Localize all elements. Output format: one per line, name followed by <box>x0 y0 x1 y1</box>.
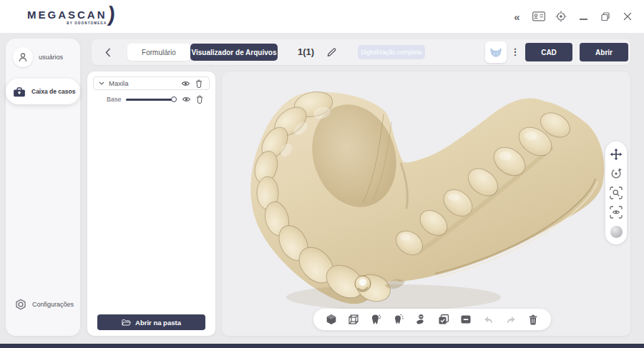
base-remove-button[interactable] <box>415 314 427 326</box>
user-icon <box>18 52 28 62</box>
restore-icon <box>600 11 610 21</box>
tooth-solid-icon <box>370 314 381 325</box>
restore-button[interactable] <box>599 10 612 23</box>
sidebar: usuários Caixa de casos Configurações <box>6 39 80 336</box>
visibility-toggle[interactable] <box>181 96 191 103</box>
edit-button[interactable] <box>326 47 336 57</box>
folder-open-icon <box>122 319 131 327</box>
cube-solid-button[interactable] <box>325 314 337 326</box>
eye-icon <box>182 96 191 103</box>
logo-subtext: BY ODONTOMEGA <box>67 21 107 25</box>
contact-card-icon <box>532 11 545 21</box>
case-toolbar: Formulário Visualizador de Arquivos 1(1)… <box>92 39 630 65</box>
view-tools <box>605 141 627 244</box>
square-minus-button[interactable] <box>460 314 472 326</box>
contact-card-button[interactable] <box>532 10 545 23</box>
dots-vertical-icon: ⋮ <box>511 46 520 57</box>
more-menu-button[interactable]: ⋮ <box>510 39 520 65</box>
minimize-icon <box>580 19 587 20</box>
dental-arch-icon <box>488 44 504 60</box>
open-in-folder-label: Abrir na pasta <box>135 319 181 327</box>
focus-region-tool-button[interactable] <box>610 206 623 219</box>
cube-wireframe-button[interactable] <box>347 314 359 326</box>
open-in-folder-button[interactable]: Abrir na pasta <box>97 314 205 330</box>
slider-thumb[interactable] <box>171 96 177 102</box>
trash-icon <box>195 79 203 88</box>
layers-panel: Maxila Base <box>87 71 215 336</box>
back-button[interactable] <box>103 46 113 58</box>
eye-icon <box>181 80 190 87</box>
open-button[interactable]: Abrir <box>580 43 628 61</box>
redo-button[interactable] <box>505 314 517 326</box>
redo-icon <box>505 314 517 325</box>
cube-solid-icon <box>326 314 337 325</box>
layer-group-name: Maxila <box>109 79 177 87</box>
maxilla-3d-model <box>222 71 630 336</box>
cad-button[interactable]: CAD <box>525 43 572 61</box>
undo-button[interactable] <box>482 314 494 326</box>
logo-swoosh: ) <box>107 5 116 24</box>
briefcase-icon <box>13 86 26 97</box>
tooth-select-button[interactable] <box>392 314 404 326</box>
cube-wireframe-icon <box>348 314 359 325</box>
collapse-panel-button[interactable]: « <box>510 10 523 23</box>
settings-icon <box>15 299 26 310</box>
base-remove-icon <box>415 314 426 325</box>
zoom-region-tool-button[interactable] <box>610 187 623 199</box>
close-icon <box>623 12 632 21</box>
sidebar-item-label: Configurações <box>32 301 74 308</box>
app-header: MEGASCAN BY ODONTOMEGA ) « <box>0 0 644 33</box>
layer-row-base: Base <box>93 93 210 106</box>
sphere-icon <box>610 226 623 238</box>
chevron-left-icon <box>105 48 111 57</box>
move-tool-button[interactable] <box>610 148 623 161</box>
tab-form[interactable]: Formulário <box>127 44 190 61</box>
model-tools <box>313 309 551 330</box>
opacity-slider[interactable] <box>126 99 174 101</box>
material-sphere-button[interactable] <box>610 225 623 238</box>
zoom-region-icon <box>610 187 623 199</box>
layer-name: Base <box>107 96 122 103</box>
sidebar-item-label: Caixa de casos <box>31 88 75 95</box>
tooth-select-icon <box>393 314 404 325</box>
move-icon <box>610 148 623 161</box>
sidebar-item-case-box[interactable]: Caixa de casos <box>6 79 80 104</box>
sidebar-item-users[interactable]: usuários <box>6 44 80 70</box>
sidebar-item-settings[interactable]: Configurações <box>6 292 80 317</box>
focus-region-icon <box>610 206 623 219</box>
undo-icon <box>483 314 494 325</box>
visibility-toggle[interactable] <box>180 80 190 87</box>
rotate-tool-button[interactable] <box>610 167 623 180</box>
window-controls: « <box>510 0 634 33</box>
dental-arch-button[interactable] <box>485 41 507 63</box>
sidebar-item-label: usuários <box>39 54 63 61</box>
square-minus-icon <box>460 314 472 325</box>
locate-target-icon <box>555 11 567 22</box>
logo-text: MEGASCAN <box>27 9 107 20</box>
delete-layer-button[interactable] <box>195 95 205 104</box>
pencil-icon <box>326 47 336 57</box>
viewer-canvas[interactable] <box>222 71 630 336</box>
copy-check-button[interactable] <box>437 314 449 326</box>
window-bottom-edge <box>0 344 644 348</box>
tab-file-viewer[interactable]: Visualizador de Arquivos <box>190 44 278 61</box>
delete-model-button[interactable] <box>527 314 540 326</box>
chevron-down-icon[interactable] <box>99 81 104 85</box>
trash-icon <box>528 314 538 325</box>
collapse-icon: « <box>514 11 519 23</box>
status-badge: Digitalização completa <box>358 45 425 59</box>
layer-group-maxila[interactable]: Maxila <box>93 76 210 90</box>
close-button[interactable] <box>621 10 634 23</box>
app-logo: MEGASCAN BY ODONTOMEGA ) <box>27 5 115 25</box>
delete-layer-button[interactable] <box>194 79 204 88</box>
copy-check-icon <box>438 314 449 325</box>
trash-icon <box>196 95 203 104</box>
locate-target-button[interactable] <box>555 10 567 23</box>
minimize-button[interactable] <box>577 10 590 23</box>
tooth-solid-button[interactable] <box>370 314 382 326</box>
case-count: 1(1) <box>298 39 314 65</box>
rotate-icon <box>610 167 623 180</box>
avatar <box>13 47 33 67</box>
